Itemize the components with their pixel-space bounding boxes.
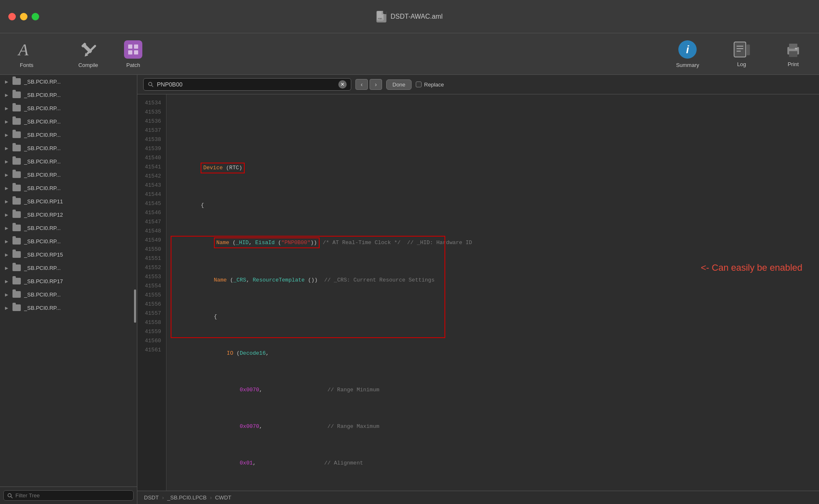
sidebar-item-15[interactable]: ▶ _SB.PCI0.RP17 bbox=[0, 274, 137, 288]
file-icon: AML bbox=[376, 11, 386, 22]
fonts-label: Fonts bbox=[20, 62, 34, 68]
sidebar-item-16[interactable]: ▶ _SB.PCI0.RP... bbox=[0, 288, 137, 301]
search-icon bbox=[7, 493, 13, 499]
patch-tool[interactable]: Patch bbox=[123, 40, 143, 68]
line-numbers: 41534 41535 41536 41537 41538 41539 4154… bbox=[137, 94, 166, 491]
maximize-button[interactable] bbox=[32, 13, 39, 20]
breadcrumb: DSDT › _SB.PCI0.LPCB › CWDT bbox=[137, 491, 819, 504]
close-button[interactable] bbox=[8, 13, 16, 20]
sidebar-item-3[interactable]: ▶ _SB.PCI0.RP... bbox=[0, 115, 137, 128]
sidebar-item-1[interactable]: ▶ _SB.PCI0.RP... bbox=[0, 88, 137, 101]
svg-line-24 bbox=[11, 497, 12, 498]
search-replace-option[interactable]: Replace bbox=[416, 82, 444, 88]
breadcrumb-part-3: CWDT bbox=[215, 494, 231, 501]
sidebar-item-label-2: _SB.PCI0.RP... bbox=[24, 105, 61, 111]
sidebar-item-7[interactable]: ▶ _SB.PCI0.RP... bbox=[0, 168, 137, 181]
folder-icon-10 bbox=[12, 211, 21, 218]
sidebar-item-9[interactable]: ▶ _SB.PCI0.RP11 bbox=[0, 195, 137, 208]
print-tool[interactable]: Print bbox=[784, 40, 802, 67]
sidebar-arrow-16: ▶ bbox=[4, 292, 9, 297]
sidebar-item-0[interactable]: ▶ _SB.PCI0.RP... bbox=[0, 75, 137, 88]
search-next-button[interactable]: › bbox=[370, 79, 382, 90]
folder-icon-6 bbox=[12, 158, 21, 165]
sidebar-item-label-16: _SB.PCI0.RP... bbox=[24, 292, 61, 298]
annotation-text: <- Can easily be enabled bbox=[701, 262, 802, 273]
sidebar-arrow-11: ▶ bbox=[4, 225, 9, 230]
search-clear-button[interactable]: ✕ bbox=[338, 80, 347, 89]
folder-icon-8 bbox=[12, 185, 21, 191]
sidebar-arrow-15: ▶ bbox=[4, 279, 9, 284]
svg-rect-18 bbox=[747, 44, 750, 55]
folder-icon-4 bbox=[12, 131, 21, 138]
sidebar-arrow-9: ▶ bbox=[4, 199, 9, 204]
method-red-box bbox=[171, 236, 445, 338]
sidebar-item-label-9: _SB.PCI0.RP11 bbox=[24, 198, 63, 205]
sidebar-item-10[interactable]: ▶ _SB.PCI0.RP12 bbox=[0, 208, 137, 221]
sidebar-arrow-8: ▶ bbox=[4, 185, 9, 190]
sidebar-item-12[interactable]: ▶ _SB.PCI0.RP... bbox=[0, 235, 137, 248]
sidebar-arrow-1: ▶ bbox=[4, 92, 9, 97]
search-done-button[interactable]: Done bbox=[386, 79, 412, 90]
code-content[interactable]: Device (RTC) { Name (_HID, EisaId ("PNP0… bbox=[166, 94, 819, 491]
code-line-41542: 0x0070, // Range Maximum bbox=[175, 422, 811, 431]
sidebar-item-label-10: _SB.PCI0.RP12 bbox=[24, 212, 63, 218]
svg-rect-14 bbox=[734, 42, 746, 57]
svg-rect-22 bbox=[795, 48, 797, 49]
folder-icon-7 bbox=[12, 171, 21, 178]
sidebar-item-17[interactable]: ▶ _SB.PCI0.RP... bbox=[0, 301, 137, 314]
search-prev-button[interactable]: ‹ bbox=[355, 79, 368, 90]
svg-line-26 bbox=[151, 85, 153, 87]
svg-point-25 bbox=[149, 82, 152, 86]
search-field[interactable] bbox=[157, 81, 335, 88]
sidebar-arrow-5: ▶ bbox=[4, 146, 9, 151]
replace-label: Replace bbox=[424, 82, 444, 88]
code-line-41536: { bbox=[175, 201, 811, 210]
filter-input-wrap[interactable] bbox=[3, 490, 134, 501]
code-line-41541: 0x0070, // Range Minimum bbox=[175, 385, 811, 395]
svg-point-23 bbox=[8, 494, 11, 497]
filter-tree-input[interactable] bbox=[15, 492, 130, 499]
folder-icon-13 bbox=[12, 251, 21, 258]
breadcrumb-sep-1: › bbox=[162, 494, 164, 501]
svg-text:A: A bbox=[17, 40, 29, 59]
print-icon bbox=[784, 40, 802, 59]
sidebar-arrow-6: ▶ bbox=[4, 159, 9, 164]
sidebar-arrow-10: ▶ bbox=[4, 212, 9, 217]
sidebar-scroll-indicator[interactable] bbox=[134, 289, 136, 323]
folder-icon-14 bbox=[12, 264, 21, 271]
breadcrumb-sep-2: › bbox=[210, 494, 211, 501]
sidebar-item-11[interactable]: ▶ _SB.PCI0.RP... bbox=[0, 221, 137, 235]
svg-rect-11 bbox=[128, 50, 132, 54]
sidebar-item-2[interactable]: ▶ _SB.PCI0.RP... bbox=[0, 101, 137, 115]
search-input-wrap[interactable]: ✕ bbox=[143, 78, 351, 91]
sidebar-item-4[interactable]: ▶ _SB.PCI0.RP... bbox=[0, 128, 137, 141]
code-editor[interactable]: 41534 41535 41536 41537 41538 41539 4154… bbox=[137, 94, 819, 491]
folder-icon-16 bbox=[12, 291, 21, 298]
sidebar-item-13[interactable]: ▶ _SB.PCI0.RP15 bbox=[0, 248, 137, 261]
titlebar: AML DSDT-AWAC.aml bbox=[0, 0, 819, 33]
log-label: Log bbox=[737, 61, 746, 67]
search-bar: ✕ ‹ › Done Replace bbox=[137, 75, 819, 94]
print-label: Print bbox=[788, 61, 799, 67]
svg-rect-10 bbox=[134, 44, 138, 49]
minimize-button[interactable] bbox=[20, 13, 27, 20]
sidebar-item-label-12: _SB.PCI0.RP... bbox=[24, 238, 61, 245]
fonts-tool[interactable]: A Fonts bbox=[17, 40, 37, 68]
log-tool[interactable]: Log bbox=[732, 40, 751, 67]
log-icon bbox=[732, 40, 751, 59]
sidebar-arrow-3: ▶ bbox=[4, 119, 9, 124]
replace-checkbox[interactable] bbox=[416, 82, 422, 87]
summary-tool[interactable]: i Summary bbox=[676, 40, 699, 68]
sidebar-item-14[interactable]: ▶ _SB.PCI0.RP... bbox=[0, 261, 137, 274]
sidebar-item-5[interactable]: ▶ _SB.PCI0.RP... bbox=[0, 141, 137, 155]
sidebar-item-label-15: _SB.PCI0.RP17 bbox=[24, 278, 63, 284]
sidebar-list[interactable]: ▶ _SB.PCI0.RP... ▶ _SB.PCI0.RP... ▶ _SB.… bbox=[0, 75, 137, 487]
sidebar-item-label-14: _SB.PCI0.RP... bbox=[24, 265, 61, 271]
sidebar-filter-area bbox=[0, 487, 137, 504]
sidebar-item-label-11: _SB.PCI0.RP... bbox=[24, 225, 61, 231]
sidebar-item-6[interactable]: ▶ _SB.PCI0.RP... bbox=[0, 155, 137, 168]
compile-tool[interactable]: Compile bbox=[78, 40, 98, 68]
sidebar-item-8[interactable]: ▶ _SB.PCI0.RP... bbox=[0, 181, 137, 195]
compile-label: Compile bbox=[78, 62, 98, 68]
sidebar-item-label-4: _SB.PCI0.RP... bbox=[24, 132, 61, 138]
